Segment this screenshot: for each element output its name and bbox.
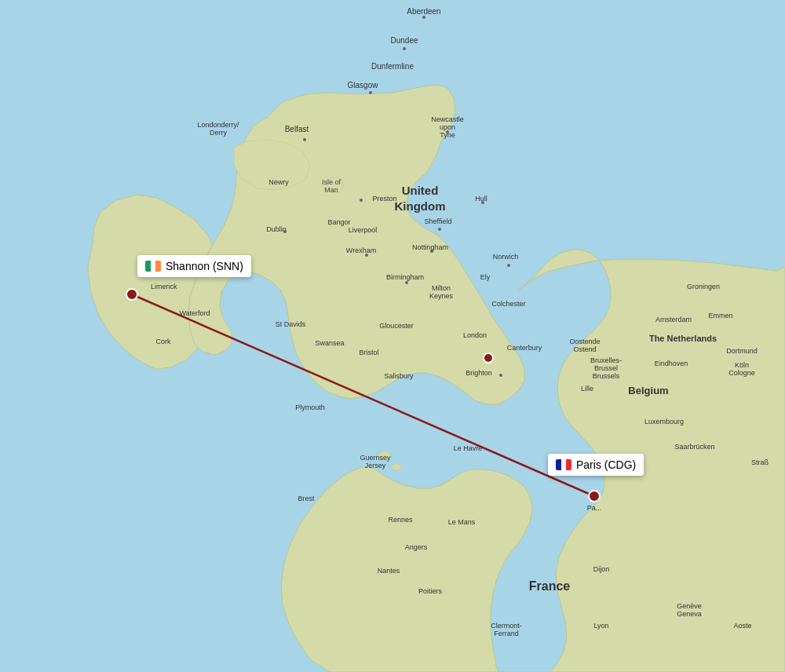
svg-text:Kingdom: Kingdom [395,199,446,213]
svg-text:Guernsey: Guernsey [360,454,391,462]
svg-text:Tyne: Tyne [440,131,455,139]
svg-text:Emmen: Emmen [708,312,732,320]
svg-text:Canterbury: Canterbury [507,344,542,352]
svg-text:Limerick: Limerick [151,283,177,290]
svg-text:Waterford: Waterford [179,309,210,317]
svg-point-6 [303,138,306,141]
svg-text:Ferrand: Ferrand [494,630,519,637]
svg-text:Lille: Lille [581,385,593,393]
svg-text:Bristol: Bristol [359,349,378,356]
shannon-dot [126,289,137,300]
svg-point-11 [438,228,441,231]
svg-point-15 [405,281,408,284]
svg-text:Lyon: Lyon [593,622,608,630]
svg-text:Sheffield: Sheffield [425,217,452,225]
svg-text:St Davids: St Davids [276,320,306,328]
svg-text:Derry: Derry [210,129,227,137]
ireland-flag [145,261,161,272]
svg-text:Rennes: Rennes [388,516,413,524]
svg-text:Groningen: Groningen [687,283,720,290]
svg-text:Geneva: Geneva [677,610,702,618]
svg-text:Dublin: Dublin [266,225,287,233]
svg-point-17 [499,374,502,377]
svg-text:Angers: Angers [405,543,428,551]
london-dot [484,353,493,363]
svg-point-2 [392,464,401,470]
france-flag [556,459,571,470]
svg-text:Newcastle: Newcastle [431,115,464,123]
map-svg: Aberdeen Dundee Dunfermline Glasgow Lond… [0,0,785,672]
svg-text:Le Havre: Le Havre [454,444,483,452]
shannon-label: Shannon (SNN) [137,255,251,277]
svg-text:Milton: Milton [432,284,451,292]
svg-point-9 [360,199,363,202]
svg-text:Jersey: Jersey [365,462,386,469]
svg-text:London: London [463,331,487,339]
svg-text:Hull: Hull [475,195,487,203]
svg-text:Aoste: Aoste [733,622,751,630]
svg-text:France: France [529,579,571,593]
svg-text:Isle of: Isle of [322,178,341,186]
svg-text:Cork: Cork [155,338,171,345]
svg-text:Straß: Straß [751,458,769,466]
svg-text:Belfast: Belfast [285,125,309,133]
svg-text:Glasgow: Glasgow [348,81,379,89]
svg-text:Köln: Köln [735,361,749,369]
svg-text:Oostende: Oostende [569,338,600,345]
svg-text:Preston: Preston [372,195,396,203]
svg-text:Londonderry/: Londonderry/ [197,121,239,129]
svg-text:Aberdeen: Aberdeen [407,7,440,16]
svg-text:Gloucester: Gloucester [379,322,414,330]
svg-text:Plymouth: Plymouth [295,404,325,411]
paris-label: Paris (CDG) [548,454,644,476]
svg-text:Man: Man [324,186,338,194]
svg-text:Dunfermline: Dunfermline [371,62,414,71]
svg-text:Brighton: Brighton [466,369,492,377]
svg-text:Pa...: Pa... [587,504,602,512]
svg-text:Eindhoven: Eindhoven [655,360,688,367]
svg-text:Norwich: Norwich [493,253,519,261]
svg-text:Brest: Brest [298,495,315,502]
svg-text:Dijon: Dijon [593,565,610,573]
paris-label-text: Paris (CDG) [576,458,636,471]
svg-text:Ely: Ely [480,273,491,281]
svg-text:Clermont-: Clermont- [491,622,522,630]
svg-text:Nantes: Nantes [378,567,400,575]
svg-text:Nottingham: Nottingham [412,243,448,251]
svg-text:Brussels: Brussels [593,372,620,380]
svg-point-4 [403,47,406,50]
svg-text:Salisbury: Salisbury [384,372,414,380]
svg-text:Brussel: Brussel [594,364,618,372]
paris-dot [589,491,600,502]
svg-text:Dortmund: Dortmund [726,347,758,355]
svg-text:Saarbrücken: Saarbrücken [674,443,714,451]
svg-text:Amsterdam: Amsterdam [655,316,692,323]
svg-text:Ostend: Ostend [573,345,596,353]
svg-text:Belgium: Belgium [628,385,668,396]
svg-text:Le Mans: Le Mans [448,518,476,526]
svg-text:Liverpool: Liverpool [349,226,378,234]
svg-text:Genève: Genève [677,602,702,610]
svg-text:Bruxelles-: Bruxelles- [590,356,622,364]
svg-text:Bangor: Bangor [327,218,350,226]
shannon-label-text: Shannon (SNN) [166,260,243,272]
svg-text:Swansea: Swansea [315,339,344,347]
svg-text:Colchester: Colchester [491,300,525,308]
svg-text:Cologne: Cologne [728,369,755,377]
svg-text:Newry: Newry [268,178,289,186]
svg-text:Keynes: Keynes [429,292,454,300]
svg-text:Dundee: Dundee [390,36,418,45]
svg-text:Luxembourg: Luxembourg [644,418,684,425]
svg-text:United: United [402,184,439,197]
svg-point-3 [422,16,425,19]
map-container: Aberdeen Dundee Dunfermline Glasgow Lond… [0,0,785,672]
svg-text:Poitiers: Poitiers [418,587,443,595]
svg-text:The Netherlands: The Netherlands [649,334,717,343]
svg-text:upon: upon [440,123,455,131]
svg-text:Birmingham: Birmingham [386,273,424,281]
svg-point-14 [507,264,510,267]
svg-text:Wrexham: Wrexham [346,247,376,254]
svg-point-5 [369,91,372,94]
